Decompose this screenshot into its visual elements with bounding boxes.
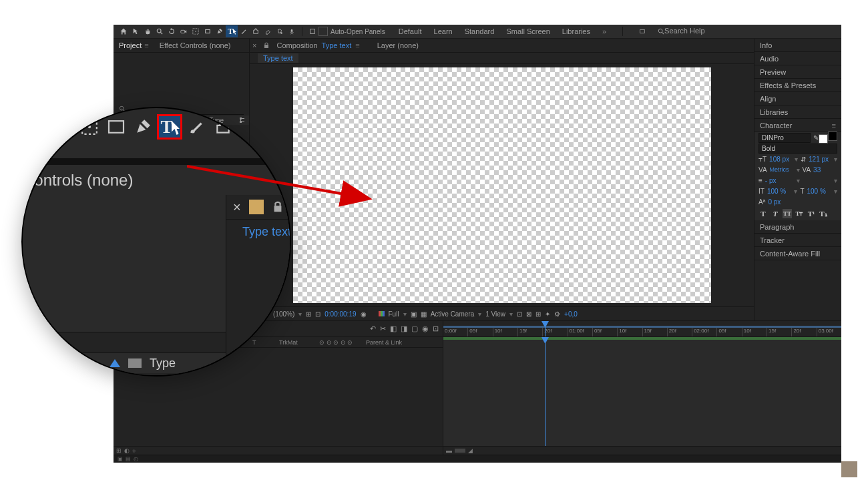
tl-icon[interactable]: ◉ — [422, 324, 429, 333]
auto-open-checkbox[interactable] — [318, 27, 328, 36]
baseline[interactable]: 0 px — [768, 198, 801, 206]
footer-icon[interactable]: ▦ — [421, 310, 427, 318]
smallcaps-button[interactable]: Tᴛ — [795, 209, 804, 218]
composition-canvas[interactable] — [293, 67, 711, 303]
workspace-libraries[interactable]: Libraries — [562, 27, 590, 35]
workspace-default[interactable]: Default — [399, 27, 422, 35]
eraser-tool-icon[interactable] — [262, 25, 274, 37]
align-panel-tab[interactable]: Align — [754, 92, 841, 105]
tracking[interactable]: 33 — [813, 166, 837, 174]
effects-panel-tab[interactable]: Effects & Presets — [754, 79, 841, 92]
eyedropper-icon[interactable]: ✎ — [813, 134, 819, 142]
camera-tool-icon[interactable] — [178, 25, 190, 37]
italic-button[interactable]: T — [771, 209, 780, 218]
tl-icon[interactable]: ⊡ — [433, 324, 439, 333]
character-panel-tab[interactable]: Character≡ — [754, 119, 841, 132]
brush-tool-icon[interactable] — [238, 25, 250, 37]
playhead[interactable] — [545, 321, 546, 336]
channel-icon[interactable] — [379, 311, 385, 316]
footer-icon[interactable]: ⊞ — [535, 310, 541, 318]
camera-select[interactable]: Active Camera — [431, 310, 475, 318]
stroke-width[interactable]: - px — [765, 177, 794, 184]
footer-icon[interactable]: ⊡ — [517, 310, 522, 318]
allcaps-button[interactable]: TT — [783, 209, 792, 218]
color-swatches[interactable] — [821, 132, 837, 144]
composition-viewer[interactable] — [250, 64, 754, 306]
timecode[interactable]: 0:00:00:19 — [324, 310, 356, 318]
hscale[interactable]: 100 % — [807, 188, 832, 195]
tracker-panel-tab[interactable]: Tracker — [754, 234, 841, 247]
layer-tab[interactable]: Layer (none) — [377, 41, 419, 49]
font-family-select[interactable]: DINPro — [758, 133, 811, 143]
snap-icon[interactable] — [306, 25, 318, 37]
timeline-ruler[interactable]: 0:00f05f10f15f20f01:00f05f10f15f20f02:00… — [443, 321, 841, 337]
font-size[interactable]: 108 px — [769, 156, 792, 163]
tl-zoom-out-icon[interactable]: ▬ — [446, 447, 452, 454]
tl-icon[interactable]: ✂ — [380, 324, 386, 333]
audio-panel-tab[interactable]: Audio — [754, 52, 841, 65]
footer-icon[interactable]: ⊞ — [306, 310, 311, 318]
tl-foot-icon[interactable]: ◐ — [124, 447, 130, 454]
search-icon — [658, 28, 664, 35]
roto-tool-icon[interactable] — [274, 25, 286, 37]
info-panel-tab[interactable]: Info — [754, 39, 841, 52]
font-style-select[interactable]: Bold — [758, 144, 837, 154]
hand-tool-icon[interactable] — [142, 25, 154, 37]
exposure[interactable]: +0,0 — [564, 310, 578, 318]
zoom-level[interactable]: (100%) — [273, 310, 294, 318]
close-tab-icon[interactable]: × — [252, 41, 256, 49]
sync-icon[interactable] — [639, 28, 646, 35]
content-aware-panel-tab[interactable]: Content-Aware Fill — [754, 247, 841, 260]
superscript-button[interactable]: T¹ — [807, 209, 816, 218]
search-input[interactable]: Search Help — [664, 27, 738, 36]
vscale[interactable]: 100 % — [767, 188, 792, 195]
preview-panel-tab[interactable]: Preview — [754, 65, 841, 79]
tl-foot-icon[interactable]: ⟐ — [132, 447, 136, 454]
status-icon[interactable]: ▤ — [126, 456, 131, 462]
tl-icon[interactable]: ↶ — [370, 324, 376, 333]
anchor-tool-icon[interactable] — [190, 25, 202, 37]
svg-rect-15 — [310, 29, 315, 34]
tl-zoom-in-icon[interactable]: ◢ — [468, 447, 473, 454]
footer-icon[interactable]: ⊡ — [315, 310, 320, 318]
footer-icon[interactable]: ⚙ — [554, 310, 560, 318]
composition-breadcrumb[interactable]: Type text — [250, 53, 754, 64]
effect-controls-tab[interactable]: Effect Controls (none) — [154, 39, 236, 52]
zoom-tool-icon[interactable] — [154, 25, 166, 37]
workspace-smallscreen[interactable]: Small Screen — [506, 27, 550, 35]
bold-button[interactable]: T — [758, 209, 768, 218]
pen-tool-icon[interactable] — [214, 25, 226, 37]
resolution-select[interactable]: Full — [389, 310, 399, 318]
libraries-panel-tab[interactable]: Libraries — [754, 105, 841, 119]
project-tab[interactable]: Project ≡ — [114, 39, 154, 52]
workspace-standard[interactable]: Standard — [465, 27, 495, 35]
tl-icon[interactable]: ▢ — [411, 324, 418, 333]
kerning[interactable]: Metrics — [770, 166, 794, 173]
clone-tool-icon[interactable] — [250, 25, 262, 37]
workspace-learn[interactable]: Learn — [434, 27, 453, 35]
rotate-tool-icon[interactable] — [166, 25, 178, 37]
workspace-overflow-icon[interactable]: » — [602, 27, 606, 35]
selection-tool-icon[interactable] — [130, 25, 142, 37]
tl-zoom-slider[interactable] — [455, 449, 465, 453]
subscript-button[interactable]: T₁ — [819, 209, 828, 218]
tl-foot-icon[interactable]: ⊞ — [116, 447, 122, 454]
footer-icon[interactable]: ⊠ — [526, 310, 531, 318]
footer-icon[interactable]: ✦ — [545, 310, 550, 318]
timeline-track-area[interactable] — [443, 337, 841, 446]
type-tool-icon[interactable]: T — [226, 25, 238, 37]
tl-icon[interactable]: ◧ — [390, 324, 397, 333]
shape-tool-icon[interactable] — [202, 25, 214, 37]
composition-tab[interactable]: Composition Type text ≡ — [276, 41, 359, 49]
status-icon[interactable]: ▣ — [118, 456, 123, 462]
tl-icon[interactable]: ◨ — [401, 324, 407, 333]
leading[interactable]: 121 px — [809, 156, 831, 163]
status-icon[interactable]: ◴ — [134, 456, 138, 462]
snapshot-icon[interactable]: ◉ — [361, 310, 367, 318]
paragraph-panel-tab[interactable]: Paragraph — [754, 220, 841, 234]
lock-icon[interactable] — [263, 42, 270, 49]
puppet-tool-icon[interactable] — [286, 25, 298, 37]
home-icon[interactable] — [118, 25, 130, 37]
footer-icon[interactable]: ▣ — [411, 310, 417, 318]
views-select[interactable]: 1 View — [485, 310, 505, 318]
